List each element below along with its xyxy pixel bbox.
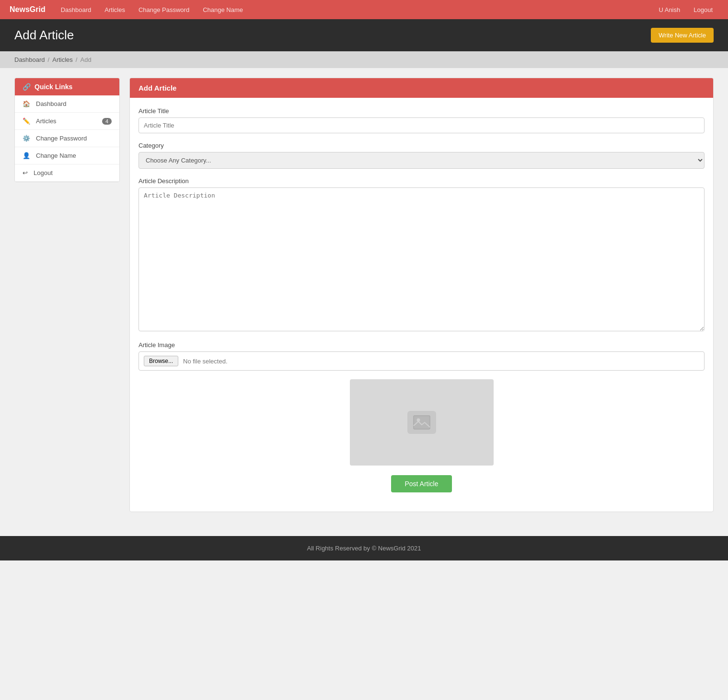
nav-link-dashboard[interactable]: Dashboard	[55, 2, 97, 17]
post-article-button[interactable]: Post Article	[391, 475, 451, 492]
description-textarea[interactable]	[139, 187, 705, 331]
nav-link-change-name[interactable]: Change Name	[197, 2, 249, 17]
navbar: NewsGrid Dashboard Articles Change Passw…	[0, 0, 728, 19]
link-icon: 🔗	[23, 83, 31, 91]
sidebar-item-change-name[interactable]: 👤 Change Name	[15, 147, 119, 164]
nav-link-articles[interactable]: Articles	[99, 2, 131, 17]
navbar-links: Dashboard Articles Change Password Chang…	[55, 2, 653, 17]
image-icon	[413, 415, 430, 430]
description-group: Article Description	[139, 177, 705, 333]
breadcrumb-sep-2: /	[76, 56, 78, 63]
sidebar-item-dashboard[interactable]: 🏠 Dashboard	[15, 95, 119, 113]
breadcrumb-dashboard[interactable]: Dashboard	[14, 56, 45, 63]
nav-link-user[interactable]: U Anish	[653, 2, 686, 17]
navbar-right: U Anish Logout	[653, 2, 718, 17]
breadcrumb: Dashboard / Articles / Add	[0, 51, 728, 68]
gear-icon: ⚙️	[23, 135, 30, 142]
main-content: 🔗 Quick Links 🏠 Dashboard ✏️ Articles 4 …	[0, 68, 728, 522]
article-title-input[interactable]	[139, 117, 705, 133]
form-body: Article Title Category Choose Any Catego…	[130, 98, 713, 512]
category-group: Category Choose Any Category... Technolo…	[139, 142, 705, 169]
nav-link-change-password[interactable]: Change Password	[133, 2, 195, 17]
browse-button[interactable]: Browse...	[144, 356, 178, 366]
form-panel: Add Article Article Title Category Choos…	[129, 78, 714, 512]
form-submit-row: Post Article	[139, 475, 705, 502]
user-icon: 👤	[23, 152, 30, 159]
image-group: Article Image Browse... No file selected…	[139, 341, 705, 371]
image-label: Article Image	[139, 341, 705, 349]
breadcrumb-sep-1: /	[48, 56, 50, 63]
articles-badge: 4	[102, 118, 112, 125]
nav-link-logout[interactable]: Logout	[688, 2, 718, 17]
article-title-label: Article Title	[139, 107, 705, 115]
sidebar: 🔗 Quick Links 🏠 Dashboard ✏️ Articles 4 …	[14, 78, 120, 182]
sidebar-item-logout[interactable]: ↩ Logout	[15, 164, 119, 182]
sidebar-item-articles[interactable]: ✏️ Articles 4	[15, 113, 119, 130]
description-label: Article Description	[139, 177, 705, 185]
file-input-wrapper: Browse... No file selected.	[139, 351, 705, 371]
no-file-text: No file selected.	[183, 358, 228, 365]
sidebar-item-change-password[interactable]: ⚙️ Change Password	[15, 130, 119, 147]
navbar-brand[interactable]: NewsGrid	[10, 5, 46, 14]
category-select[interactable]: Choose Any Category... Technology Sports…	[139, 152, 705, 169]
sidebar-header: 🔗 Quick Links	[15, 78, 119, 95]
page-title: Add Article	[14, 28, 74, 43]
page-header: Add Article Write New Article	[0, 19, 728, 51]
home-icon: 🏠	[23, 100, 30, 107]
pencil-icon: ✏️	[23, 117, 30, 125]
breadcrumb-current: Add	[80, 56, 91, 63]
article-title-group: Article Title	[139, 107, 705, 133]
write-new-button[interactable]: Write New Article	[651, 28, 714, 43]
form-panel-header: Add Article	[130, 78, 713, 98]
svg-rect-0	[414, 416, 430, 429]
footer: All Rights Reserved by © NewsGrid 2021	[0, 536, 728, 560]
breadcrumb-articles[interactable]: Articles	[52, 56, 73, 63]
image-preview-placeholder	[350, 379, 494, 466]
category-label: Category	[139, 142, 705, 149]
logout-icon: ↩	[23, 169, 28, 176]
footer-text: All Rights Reserved by © NewsGrid 2021	[307, 545, 421, 552]
image-placeholder-icon	[407, 411, 436, 434]
